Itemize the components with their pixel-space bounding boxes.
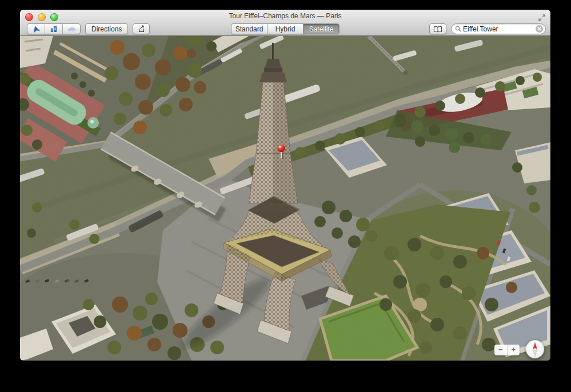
bookmarks-button[interactable] [429, 23, 446, 34]
car-icon [67, 26, 76, 33]
traffic-lights [25, 13, 58, 21]
search-input[interactable] [461, 25, 536, 33]
window-title: Tour Eiffel–Champs de Mars — Paris [20, 10, 550, 23]
current-location-button[interactable] [27, 24, 45, 34]
compass[interactable] [525, 339, 545, 359]
close-button[interactable] [25, 13, 33, 21]
zoom-out-button[interactable]: − [494, 345, 508, 355]
window-chrome: Tour Eiffel–Champs de Mars — Paris [20, 10, 550, 36]
map-type-segmented-control: Standard Hybrid Satellite [231, 23, 340, 34]
buildings-3d-icon [50, 25, 58, 33]
map-type-hybrid[interactable]: Hybrid [267, 24, 304, 34]
share-button[interactable] [133, 23, 150, 34]
satellite-3d-scene [20, 36, 550, 361]
directions-button[interactable]: Directions [85, 23, 128, 34]
zoom-button[interactable] [50, 13, 58, 21]
titlebar[interactable]: Tour Eiffel–Champs de Mars — Paris [20, 10, 550, 22]
clear-search-icon[interactable]: ✕ [536, 25, 543, 33]
map-viewport[interactable]: − + [20, 36, 550, 361]
traffic-button[interactable] [63, 24, 80, 34]
zoom-control: − + [494, 345, 520, 355]
zoom-in-button[interactable]: + [508, 345, 520, 355]
grain-overlay [20, 36, 550, 361]
map-type-standard[interactable]: Standard [231, 24, 267, 34]
minimize-button[interactable] [38, 13, 46, 21]
map-tools-segmented-control [27, 23, 81, 34]
magnifier-icon [455, 26, 461, 32]
share-icon [137, 25, 145, 33]
3d-buildings-button[interactable] [45, 24, 63, 34]
maps-app-window: Tour Eiffel–Champs de Mars — Paris [20, 10, 550, 361]
location-arrow-icon [32, 25, 40, 33]
search-field[interactable]: ✕ [451, 23, 546, 34]
fullscreen-arrows-icon[interactable] [538, 13, 545, 20]
map-type-satellite[interactable]: Satellite [304, 24, 339, 34]
toolbar: Directions Standard Hybrid Satellite [20, 22, 550, 35]
bookmarks-book-icon [433, 26, 442, 33]
